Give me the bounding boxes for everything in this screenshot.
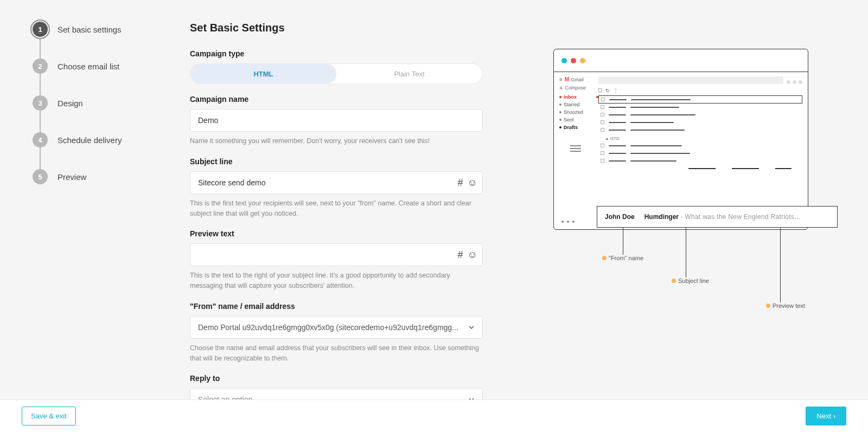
step-label: Choose email list [58, 62, 119, 71]
email-callout: John Doe Humdinger - What was the New En… [597, 206, 838, 228]
subject-line-input[interactable] [190, 171, 483, 194]
mock-folder-drafts: Drafts [559, 125, 598, 130]
preview-text-input[interactable] [190, 243, 483, 266]
campaign-name-input[interactable] [190, 109, 483, 132]
step-number: 4 [33, 132, 48, 147]
mock-gtd-label: ▴GTD [606, 136, 802, 141]
callout-subject: Humdinger [644, 213, 679, 221]
campaign-name-helper: Name it something you will remember. Don… [190, 136, 483, 146]
next-button[interactable]: Next › [806, 407, 846, 425]
callout-from-name: John Doe [605, 213, 635, 221]
mock-folder-sent: Sent [559, 117, 598, 122]
subject-line-label: Subject line [190, 157, 483, 166]
mock-folder-snoozed: Snoozed [559, 109, 598, 115]
emoji-icon[interactable]: ☺ [468, 250, 477, 260]
step-label: Set basic settings [58, 25, 122, 34]
window-dot-icon [561, 58, 567, 63]
form-panel: Set Basic Settings Campaign type HTML Pl… [190, 22, 483, 411]
step-design[interactable]: 3 Design [33, 95, 157, 132]
step-basic-settings[interactable]: 1 Set basic settings [33, 22, 157, 59]
wizard-steps-sidebar: 1 Set basic settings 2 Choose email list… [33, 22, 157, 411]
gmail-logo: ≡ MGmail [559, 76, 598, 82]
step-label: Preview [58, 172, 86, 182]
from-select[interactable]: Demo Portal u92uvdq1re6gmgg0xv5x0g (site… [190, 316, 483, 339]
annotation-line [623, 228, 623, 255]
mock-toolbar: ↻⋮ [598, 87, 802, 93]
preview-text-helper: This is the text to the right of your su… [190, 270, 483, 291]
mock-email-row [598, 104, 802, 111]
save-exit-button[interactable]: Save & exit [22, 407, 76, 425]
step-schedule-delivery[interactable]: 4 Schedule delivery [33, 132, 157, 169]
mock-email-row [598, 142, 802, 150]
annotation-from-name: "From" name [602, 255, 643, 261]
step-preview[interactable]: 5 Preview [33, 169, 157, 184]
window-dot-icon [580, 58, 585, 63]
step-label: Design [58, 99, 83, 108]
annotation-preview-text: Preview text [766, 302, 805, 309]
campaign-type-plain[interactable]: Plain Text [336, 64, 482, 83]
hash-icon[interactable]: # [458, 250, 463, 260]
reply-to-label: Reply to [190, 374, 483, 383]
mock-email-row [598, 157, 802, 165]
wizard-footer: Save & exit Next › [0, 399, 868, 432]
subject-line-helper: This is the first text your recipients w… [190, 198, 483, 219]
chevron-right-icon: › [833, 412, 835, 420]
step-number: 5 [33, 169, 48, 184]
mock-folder-inbox: Inbox [559, 94, 598, 100]
campaign-type-toggle: HTML Plain Text [190, 63, 483, 84]
annotation-line [780, 228, 781, 302]
page-title: Set Basic Settings [190, 22, 483, 34]
email-preview-illustration: ≡ MGmail +Compose Inbox Starred Snoozed … [515, 22, 846, 411]
mock-email-row [598, 150, 802, 157]
window-dot-icon [571, 58, 576, 63]
campaign-type-html[interactable]: HTML [190, 64, 336, 83]
mock-folder-starred: Starred [559, 102, 598, 107]
mock-compose: +Compose [559, 85, 598, 91]
annotation-subject-line: Subject line [672, 278, 709, 284]
mock-email-row [598, 119, 802, 126]
preview-text-label: Preview text [190, 229, 483, 238]
mock-email-row [598, 111, 802, 119]
step-choose-email-list[interactable]: 2 Choose email list [33, 59, 157, 95]
mock-email-row [598, 95, 802, 104]
annotation-line [686, 228, 686, 278]
step-number: 1 [33, 22, 48, 37]
mock-search-bar [598, 76, 783, 84]
emoji-icon[interactable]: ☺ [468, 178, 477, 188]
mock-window-titlebar [554, 49, 808, 72]
callout-preview: - What was the New Englend Ratriots... [680, 213, 800, 221]
mock-email-row [598, 126, 802, 134]
from-helper: Choose the name and email address that y… [190, 343, 483, 364]
hash-icon[interactable]: # [458, 178, 463, 188]
from-label: "From" name / email address [190, 302, 483, 311]
hamburger-icon [570, 145, 581, 152]
step-label: Schedule delivery [58, 136, 122, 145]
step-number: 2 [33, 59, 48, 74]
campaign-type-label: Campaign type [190, 49, 483, 58]
step-number: 3 [33, 95, 48, 111]
campaign-name-label: Campaign name [190, 95, 483, 104]
